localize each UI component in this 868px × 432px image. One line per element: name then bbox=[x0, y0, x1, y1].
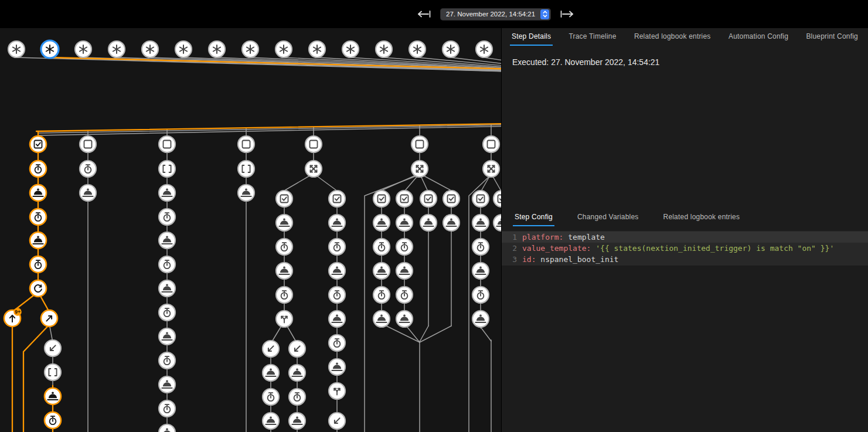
trace-node-condition[interactable] bbox=[493, 191, 501, 207]
tab-automation-config[interactable]: Automation Config bbox=[727, 28, 790, 46]
tab-related-logbook-entries[interactable]: Related logbook entries bbox=[662, 209, 742, 226]
trace-node-asterisk[interactable] bbox=[275, 41, 292, 57]
trace-node-delay[interactable] bbox=[159, 400, 175, 417]
trace-node-service[interactable] bbox=[443, 215, 459, 231]
trace-node-delay[interactable] bbox=[329, 287, 345, 303]
trace-node-delay[interactable] bbox=[396, 287, 413, 303]
tab-changed-variables[interactable]: Changed Variables bbox=[576, 209, 641, 226]
trace-node-service[interactable] bbox=[263, 413, 279, 429]
tab-related-logbook-entries[interactable]: Related logbook entries bbox=[632, 28, 713, 46]
previous-run-button[interactable] bbox=[417, 8, 431, 21]
trace-node-delay[interactable] bbox=[30, 161, 46, 177]
trace-node-condition[interactable] bbox=[30, 136, 46, 152]
trace-node-service[interactable] bbox=[30, 232, 46, 249]
trace-node-choose[interactable] bbox=[276, 311, 292, 327]
trace-node-service[interactable] bbox=[373, 215, 390, 231]
trace-node-service[interactable] bbox=[238, 185, 254, 201]
trace-node-service[interactable] bbox=[329, 263, 345, 279]
trace-node-condition-blank[interactable] bbox=[80, 136, 96, 152]
trace-node-asterisk[interactable] bbox=[75, 41, 91, 57]
trace-node-repeat[interactable] bbox=[30, 280, 46, 297]
trace-node-asterisk[interactable] bbox=[376, 41, 392, 57]
trace-node-choose[interactable] bbox=[329, 383, 345, 399]
trace-node-condition-blank[interactable] bbox=[483, 136, 499, 152]
step-config-editor[interactable]: 1platform: template2value_template: '{{ … bbox=[502, 231, 868, 266]
trace-node-delay[interactable] bbox=[472, 287, 489, 303]
trace-node-delay[interactable] bbox=[276, 287, 292, 303]
trace-node-delay[interactable] bbox=[80, 161, 96, 177]
trace-node-condition[interactable] bbox=[396, 191, 413, 207]
next-run-button[interactable] bbox=[560, 8, 574, 21]
trace-node-condition[interactable] bbox=[443, 191, 459, 207]
trace-node-service[interactable] bbox=[472, 311, 489, 327]
tab-blueprint-config[interactable]: Blueprint Config bbox=[804, 28, 860, 46]
trace-node-asterisk[interactable] bbox=[342, 41, 359, 57]
trace-node-service[interactable] bbox=[373, 263, 390, 279]
trace-node-condition-blank[interactable] bbox=[411, 136, 428, 152]
trace-node-delay[interactable] bbox=[329, 239, 345, 255]
trace-node-delay[interactable] bbox=[373, 287, 390, 303]
trace-node-asterisk[interactable] bbox=[409, 41, 426, 57]
trace-node-brackets[interactable] bbox=[238, 161, 254, 177]
trace-node-delay[interactable] bbox=[30, 256, 46, 273]
trace-node-service[interactable] bbox=[329, 359, 345, 375]
trace-node-asterisk[interactable] bbox=[242, 41, 258, 57]
trace-node-arrow-sw[interactable] bbox=[263, 341, 279, 357]
trace-node-service[interactable] bbox=[396, 263, 413, 279]
trace-node-delay[interactable] bbox=[263, 389, 279, 405]
trace-node-service[interactable] bbox=[263, 365, 279, 381]
trace-node-delay[interactable] bbox=[159, 304, 175, 321]
trace-node-asterisk[interactable] bbox=[209, 41, 225, 57]
trace-node-asterisk[interactable] bbox=[41, 40, 59, 58]
trace-node-service[interactable] bbox=[276, 263, 292, 279]
trace-node-delay[interactable] bbox=[45, 412, 61, 428]
trace-node-condition[interactable] bbox=[373, 191, 390, 207]
trace-node-arrow-sw[interactable] bbox=[289, 341, 305, 357]
trace-node-service[interactable] bbox=[396, 311, 413, 327]
trace-node-service[interactable] bbox=[289, 413, 305, 429]
trace-node-condition[interactable] bbox=[276, 191, 292, 207]
tab-step-config[interactable]: Step Config bbox=[513, 209, 554, 226]
trace-node-service[interactable] bbox=[159, 328, 175, 345]
trace-node-service[interactable] bbox=[329, 311, 345, 327]
trace-node-condition[interactable] bbox=[420, 191, 437, 207]
trace-node-service[interactable] bbox=[472, 263, 489, 279]
trace-node-condition[interactable] bbox=[472, 191, 489, 207]
trace-node-service[interactable] bbox=[80, 185, 96, 201]
trace-node-arrow-ne[interactable] bbox=[41, 310, 57, 326]
trace-node-parallel[interactable] bbox=[411, 161, 428, 177]
trace-node-service[interactable] bbox=[329, 215, 345, 231]
trace-node-asterisk[interactable] bbox=[442, 41, 459, 57]
trace-node-service[interactable] bbox=[159, 376, 175, 393]
trace-node-condition-blank[interactable] bbox=[238, 136, 254, 152]
trace-node-arrow-sw[interactable] bbox=[45, 340, 61, 356]
trace-node-service[interactable] bbox=[159, 280, 175, 297]
trace-node-service[interactable] bbox=[396, 215, 413, 231]
trace-node-service[interactable] bbox=[276, 215, 292, 231]
trace-node-asterisk[interactable] bbox=[108, 41, 125, 57]
trace-node-brackets[interactable] bbox=[45, 364, 61, 380]
trace-node-arrow-sw[interactable] bbox=[329, 413, 345, 429]
trace-node-condition-blank[interactable] bbox=[159, 136, 175, 152]
trace-node-delay[interactable] bbox=[329, 335, 345, 351]
trace-node-loop[interactable]: 9+ bbox=[4, 308, 22, 326]
trace-node-asterisk[interactable] bbox=[175, 41, 192, 57]
trace-node-service[interactable] bbox=[493, 215, 501, 231]
trace-node-delay[interactable] bbox=[396, 239, 413, 255]
trace-node-delay[interactable] bbox=[276, 239, 292, 255]
trace-node-service[interactable] bbox=[420, 215, 437, 231]
trace-node-asterisk[interactable] bbox=[8, 41, 25, 57]
trace-node-service[interactable] bbox=[159, 424, 175, 432]
trace-node-delay[interactable] bbox=[472, 239, 489, 255]
tab-step-details[interactable]: Step Details bbox=[510, 28, 553, 46]
trace-node-delay[interactable] bbox=[373, 239, 390, 255]
trace-node-asterisk[interactable] bbox=[476, 41, 492, 57]
run-select[interactable]: 27. November 2022, 14:54:21 bbox=[440, 8, 551, 21]
trace-node-service[interactable] bbox=[472, 215, 489, 231]
trace-node-delay[interactable] bbox=[30, 209, 46, 225]
trace-node-asterisk[interactable] bbox=[309, 41, 325, 57]
trace-node-delay[interactable] bbox=[289, 389, 305, 405]
trace-node-service[interactable] bbox=[159, 185, 175, 201]
trace-node-delay[interactable] bbox=[159, 209, 175, 225]
trace-node-delay[interactable] bbox=[159, 256, 175, 273]
